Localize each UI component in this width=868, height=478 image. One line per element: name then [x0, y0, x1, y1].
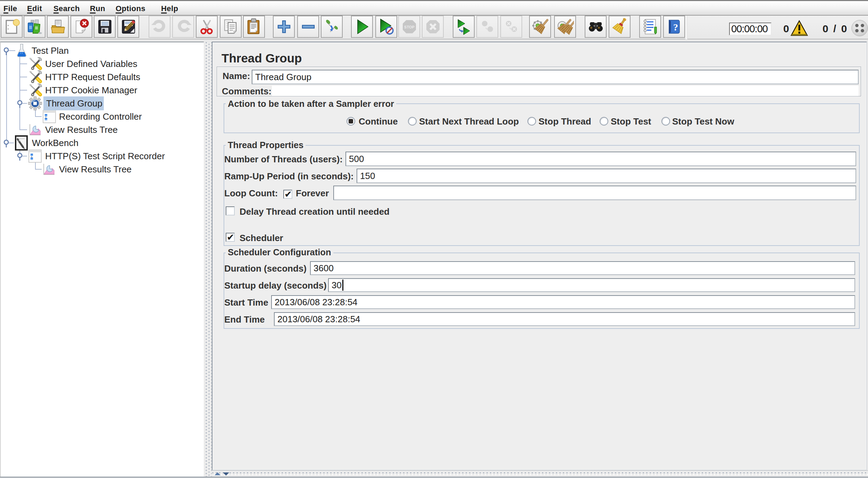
svg-text:?: ? [673, 22, 678, 33]
svg-text:STOP: STOP [404, 25, 415, 29]
